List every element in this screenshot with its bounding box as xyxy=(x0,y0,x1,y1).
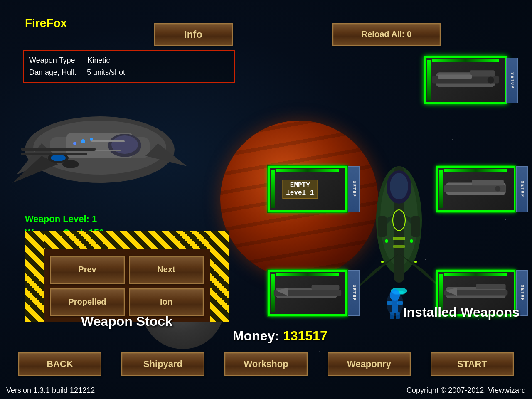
left-bottom-slot-container: SETUP xyxy=(268,270,347,316)
weapon-info-text: Weapon Type: Kinetic Damage, Hull: 5 uni… xyxy=(29,54,229,79)
svg-point-52 xyxy=(385,239,388,243)
money-value: 131517 xyxy=(283,328,328,343)
left-bottom-weapon-slot[interactable] xyxy=(268,270,347,316)
svg-point-15 xyxy=(90,138,93,141)
propelled-button[interactable]: Propelled xyxy=(50,288,125,316)
ship-name: FireFox xyxy=(25,17,67,30)
weapon-type-value: Kinetic xyxy=(87,56,110,64)
svg-point-16 xyxy=(73,142,76,145)
reload-all-button[interactable]: Reload All: 0 xyxy=(332,23,441,46)
stock-stripe-left xyxy=(25,231,44,322)
weaponry-button[interactable]: Weaponry xyxy=(328,352,411,376)
svg-rect-18 xyxy=(96,150,121,151)
svg-point-14 xyxy=(81,139,85,143)
slot-indicator-left xyxy=(271,170,275,208)
setup-tab-top[interactable]: SETUP xyxy=(506,58,518,103)
stock-stripe-top xyxy=(25,231,229,249)
top-weapon-slot[interactable]: SETUP xyxy=(424,56,507,104)
copyright-text: Copyright © 2007-2012, Viewwizard xyxy=(406,386,526,395)
bottom-nav: BACK Shipyard Workshop Weaponry START xyxy=(0,352,532,376)
damage-value: 5 units/shot xyxy=(87,68,125,76)
svg-point-55 xyxy=(414,261,417,263)
middle-weapon-row: EMPTYlevel 1 SETUP SETUP xyxy=(268,166,515,212)
ion-button[interactable]: Ion xyxy=(129,288,204,316)
right-middle-weapon-slot[interactable] xyxy=(436,166,515,212)
svg-rect-23 xyxy=(438,74,472,79)
svg-point-11 xyxy=(62,160,79,168)
stock-stripe-right xyxy=(210,231,229,322)
svg-rect-46 xyxy=(393,237,405,240)
svg-rect-34 xyxy=(476,284,506,289)
svg-point-53 xyxy=(410,239,413,243)
player-ship xyxy=(8,83,216,208)
shipyard-button[interactable]: Shipyard xyxy=(121,352,204,376)
svg-rect-17 xyxy=(91,140,125,142)
svg-rect-51 xyxy=(411,216,420,237)
left-middle-slot-container: EMPTYlevel 1 SETUP xyxy=(268,166,347,212)
damage-label: Damage, Hull: xyxy=(29,68,76,76)
svg-point-54 xyxy=(381,261,384,263)
version-text: Version 1.3.1 build 121212 xyxy=(6,386,95,395)
weapon-type-label: Weapon Type: xyxy=(29,56,77,64)
weapon-icon-right-mid xyxy=(440,170,512,208)
empty-slot-label: EMPTYlevel 1 xyxy=(282,180,318,199)
svg-rect-30 xyxy=(312,285,340,290)
svg-rect-21 xyxy=(470,70,495,76)
slot-indicator-top2 xyxy=(276,169,339,172)
weapon-info-panel: Weapon Type: Kinetic Damage, Hull: 5 uni… xyxy=(23,50,235,83)
empty-weapon-slot[interactable]: EMPTYlevel 1 xyxy=(268,166,347,212)
svg-point-22 xyxy=(488,76,494,83)
info-button[interactable]: Info xyxy=(154,23,233,46)
weapon-icon-left-bot xyxy=(272,274,343,312)
weapon-stock-title: Weapon Stock xyxy=(25,314,229,329)
back-button[interactable]: BACK xyxy=(18,352,101,376)
weapon-stock-controls: Prev Next Propelled Ion xyxy=(44,249,210,322)
svg-rect-13 xyxy=(21,153,87,155)
next-button[interactable]: Next xyxy=(129,256,204,284)
prev-button[interactable]: Prev xyxy=(50,256,125,284)
svg-rect-12 xyxy=(21,148,96,151)
svg-point-10 xyxy=(51,155,66,161)
svg-rect-47 xyxy=(393,245,405,248)
installed-weapons-title: Installed Weapons xyxy=(403,305,520,320)
setup-tab-left-bot[interactable]: SETUP xyxy=(348,270,360,316)
setup-tab-right-mid[interactable]: SETUP xyxy=(516,166,528,212)
top-weapon-container: SETUP xyxy=(424,56,507,104)
money-label: Money: xyxy=(233,328,279,343)
right-middle-slot-container: SETUP xyxy=(436,166,515,212)
weapon-icon-top xyxy=(428,60,503,100)
svg-rect-50 xyxy=(378,216,387,237)
start-button[interactable]: START xyxy=(431,352,514,376)
svg-point-27 xyxy=(495,186,500,191)
weapon-level: Weapon Level: 1 xyxy=(25,212,104,226)
setup-tab-left[interactable]: SETUP xyxy=(348,166,360,212)
workshop-button[interactable]: Workshop xyxy=(224,352,308,376)
money-display: Money: 131517 xyxy=(233,328,328,344)
svg-rect-26 xyxy=(472,180,503,185)
